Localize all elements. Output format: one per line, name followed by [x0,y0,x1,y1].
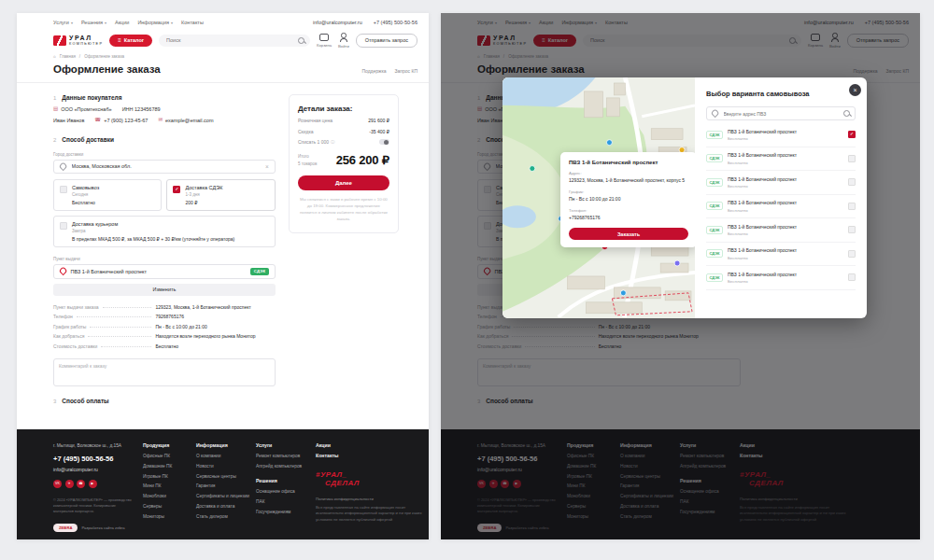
pickup-list-item[interactable]: СДЭКПВЗ 1-й Ботанический проспектБесплат… [706,123,856,147]
pickup-label: Пункт выдачи [53,257,276,261]
close-icon[interactable]: × [849,84,861,96]
footer-link[interactable]: О компании [196,453,256,459]
footer-link[interactable]: Ремонт компьютеров [256,453,316,459]
footer-col-promo: Акции Контакты #УРАЛ_ СДЕЛАЛ Политика ко… [316,442,428,532]
catalog-button[interactable]: ≡Каталог [109,35,152,47]
footer-address: г. Мытищи, Волковское ш., д.15А [53,442,128,449]
whatsapp-icon[interactable]: ☎ [77,480,85,488]
footer-link-promos[interactable]: Акции [316,442,428,448]
pin-icon [59,267,67,275]
footer-phone[interactable]: +7 (495) 500-56-56 [53,455,143,463]
address-value: 129323, Москва, 1-й Ботанический проспек… [569,177,688,185]
change-pickup-button[interactable]: Изменить [53,284,276,296]
pickup-map[interactable]: ПВЗ 1-й Ботанический проспект Адрес: 129… [502,77,695,318]
footer-col-services: Услуги Ремонт компьютеров Апгрейд компью… [256,442,316,532]
footer-link[interactable]: Гарантия [196,483,256,489]
pickup-list-item[interactable]: СДЭКПВЗ 1-й Ботанический проспектБесплат… [706,218,856,243]
footer-link[interactable]: ПАК [256,498,316,505]
customer-company: ООО «Промтехснаб» [61,106,111,112]
telegram-icon[interactable]: ✈ [65,480,74,488]
delivery-option-pickup[interactable]: СамовывозСегодняБесплатно [53,179,162,211]
checkbox-unchecked[interactable] [848,203,856,210]
pickup-list-item[interactable]: СДЭКПВЗ 1-й Ботанический проспектБесплат… [706,243,856,267]
footer-link[interactable]: Домашние ПК [143,463,196,469]
checkbox-unchecked[interactable] [60,186,67,193]
checkbox-unchecked[interactable] [60,222,67,230]
clear-icon[interactable]: × [265,163,269,170]
footer-link[interactable]: Сертификаты и лицензии [196,493,256,499]
delivery-option-cdek[interactable]: ✓ Доставка СДЭК1-3 дня200 ₽ [166,179,275,211]
footer-link[interactable]: Стать дилером [196,513,256,520]
detail-row: Пункт выдачи заказа129323, Москва, 1-й Б… [53,304,276,310]
vk-icon[interactable]: VK [53,480,62,488]
footer-link[interactable]: Новости [196,463,256,469]
footer-link[interactable]: Серверы [143,503,196,510]
checkbox-checked[interactable]: ✓ [848,131,856,138]
youtube-icon[interactable]: ▶ [89,480,97,488]
checkbox-unchecked[interactable] [848,273,856,281]
step-number: 3 [53,399,56,404]
retail-value: 291 600 ₽ [368,118,389,123]
checkbox-checked[interactable]: ✓ [173,186,180,193]
checkbox-unchecked[interactable] [848,155,856,162]
checkbox-unchecked[interactable] [848,226,856,233]
user-icon [340,33,348,42]
footer-link[interactable]: Игровые ПК [143,473,196,480]
screenshot-left-checkout: Услуги▾ Решения▾ Акции Информация▾ Конта… [17,13,429,539]
discount-value: -35 400 ₽ [369,129,389,134]
support-link[interactable]: Поддержка [361,68,386,74]
footer-link[interactable]: Офисные ПК [143,453,196,459]
phone-value: +79268765176 [569,215,688,222]
footer-link[interactable]: Мониторы [143,513,196,520]
order-comment-input[interactable] [53,358,276,386]
page-title: Оформление заказа [53,63,161,75]
search-bar [159,35,310,47]
carrier-badge: СДЭК [706,249,723,258]
pvz-search-input[interactable] [722,110,841,118]
privacy-policy-link[interactable]: Политика конфиденциальности [316,497,428,501]
pickup-modal: × [502,77,867,318]
footer-link[interactable]: Оснащение офиса [256,488,316,495]
pickup-point-row[interactable]: ПВЗ 1-й Ботанический проспект СДЭК [53,264,276,279]
checkbox-unchecked[interactable] [848,178,856,186]
bonus-toggle[interactable] [379,139,389,145]
next-button[interactable]: Далее [298,175,389,190]
kp-request-link[interactable]: Запрос КП [395,68,417,74]
footer-email[interactable]: info@uralcomputer.ru [53,467,143,472]
footer-link[interactable]: Моноблоки [143,493,196,499]
footer-link[interactable]: Апгрейд компьютеров [256,463,316,469]
city-input[interactable] [70,162,262,170]
order-here-button[interactable]: Заказать [569,228,688,240]
section-title: Способ оплаты [62,398,108,404]
footer-link-contacts[interactable]: Контакты [316,453,428,458]
footer-link[interactable]: Доставка и оплата [196,503,256,510]
pickup-list-item[interactable]: СДЭКПВЗ 1-й Ботанический проспектБесплат… [706,147,856,172]
burger-icon: ≡ [118,37,121,43]
site-footer: г. Мытищи, Волковское ш., д.15А +7 (495)… [17,429,429,539]
payment-section[interactable]: 3Способ оплаты [53,398,276,415]
footer-link[interactable]: Мини ПК [143,483,196,489]
detail-row: Стоимость доставкиБесплатно [53,343,276,349]
search-icon[interactable] [843,110,850,117]
zebra-badge[interactable]: ZEBRA [53,524,78,532]
pickup-list-item[interactable]: СДЭКПВЗ 1-й Ботанический проспектБесплат… [706,266,856,290]
brand-logo[interactable]: УРАЛ КОМПЬЮТЕР [53,35,103,46]
login-button[interactable]: Войти [338,33,349,49]
search-icon[interactable] [298,37,304,44]
footer-link[interactable]: Сервисные центры [196,473,256,480]
send-request-button[interactable]: Отправить запрос [356,34,417,48]
option-price: В пределах МКАД 500 ₽, за МКАД 500 ₽ + 3… [72,236,234,242]
info-icon[interactable]: ⓘ [331,140,335,145]
pickup-list-item[interactable]: СДЭКПВЗ 1-й Ботанический проспектБесплат… [706,195,856,219]
detail-row: Как добратьсяНаходится возле переходного… [53,333,276,339]
brand-line1: УРАЛ [69,35,103,42]
retail-label: Розничная цена [298,118,333,123]
search-input[interactable] [164,36,294,44]
checkbox-unchecked[interactable] [848,250,856,258]
footer-link[interactable]: Госучреждениям [256,509,316,515]
delivery-option-courier[interactable]: Доставка курьеромЗавтраВ пределах МКАД 5… [53,216,276,247]
pickup-list-item[interactable]: СДЭКПВЗ 1-й Ботанический проспектБесплат… [706,171,856,195]
hashtag-logo: #УРАЛ_ СДЕЛАЛ [316,470,428,487]
detail-row: Телефон79268765176 [53,314,276,319]
cart-button[interactable]: Корзина [317,34,332,48]
